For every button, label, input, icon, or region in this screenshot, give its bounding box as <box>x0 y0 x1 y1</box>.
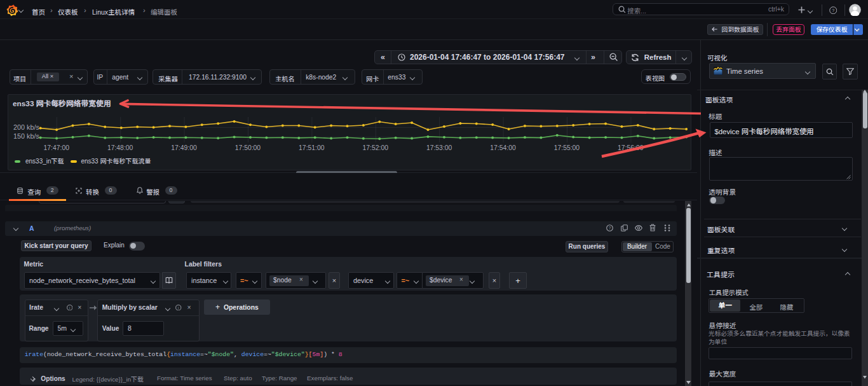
svg-text:?: ? <box>832 8 834 13</box>
svg-text:i: i <box>69 306 70 310</box>
svg-text:i: i <box>178 306 179 310</box>
svg-text:?: ? <box>609 226 611 230</box>
